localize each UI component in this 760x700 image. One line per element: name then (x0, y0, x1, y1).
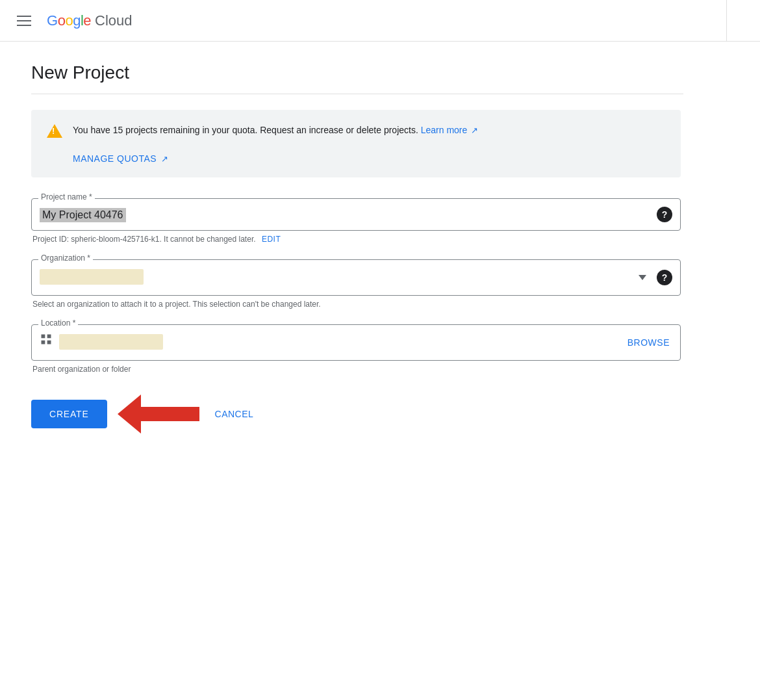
form-button-row: CREATE CANCEL (31, 395, 681, 434)
hamburger-menu-button[interactable] (13, 12, 35, 30)
project-id-edit-link[interactable]: EDIT (262, 235, 281, 244)
organization-field-group: Organization * ? Select an organization … (31, 259, 681, 309)
project-name-field-group: Project name * My Project 40476 ? Projec… (31, 198, 681, 244)
organization-hint: Select an organization to attach it to a… (31, 300, 681, 309)
header: Google Cloud (0, 0, 760, 42)
learn-more-link[interactable]: Learn more ↗ (421, 125, 478, 135)
warning-icon (47, 124, 62, 138)
location-value (59, 334, 163, 350)
location-field-group: Location * BROWSE Parent organization or… (31, 324, 681, 374)
header-right-panel (726, 0, 760, 42)
project-name-container: Project name * My Project 40476 ? (31, 198, 681, 231)
location-label: Location * (38, 318, 78, 328)
project-id-text: Project ID: spheric-bloom-425716-k1. It … (31, 235, 681, 244)
organization-dropdown-arrow[interactable] (639, 275, 646, 280)
location-hint: Parent organization or folder (31, 365, 681, 374)
organization-value (40, 269, 144, 285)
new-project-form: Project name * My Project 40476 ? Projec… (31, 198, 681, 434)
google-logo-text: Google (47, 12, 91, 29)
organization-help-icon[interactable]: ? (657, 270, 672, 285)
page-content: New Project You have 15 projects remaini… (0, 42, 715, 454)
manage-quotas-link[interactable]: MANAGE QUOTAS ↗ (73, 153, 168, 164)
banner-message: You have 15 projects remaining in your q… (73, 123, 478, 138)
project-name-help-icon[interactable]: ? (657, 207, 672, 222)
location-container: Location * BROWSE (31, 324, 681, 361)
cancel-link[interactable]: CANCEL (215, 409, 254, 419)
arrow-body (141, 407, 199, 421)
external-link-icon: ↗ (471, 124, 478, 138)
grid-icon (40, 333, 53, 349)
browse-link[interactable]: BROWSE (627, 337, 670, 348)
page-title: New Project (31, 62, 683, 83)
manage-quotas-external-icon: ↗ (161, 154, 169, 164)
organization-label: Organization * (38, 253, 93, 263)
cloud-logo-text: Cloud (95, 12, 132, 29)
project-name-label: Project name * (38, 192, 95, 201)
title-divider (31, 94, 683, 94)
arrow-head (118, 395, 141, 434)
quota-info-banner: You have 15 projects remaining in your q… (31, 110, 681, 177)
google-cloud-logo: Google Cloud (47, 12, 133, 29)
red-arrow-indicator (118, 395, 199, 434)
organization-container: Organization * ? (31, 259, 681, 296)
banner-content: You have 15 projects remaining in your q… (73, 123, 478, 164)
project-name-value[interactable]: My Project 40476 (40, 208, 126, 222)
create-button[interactable]: CREATE (31, 400, 107, 428)
